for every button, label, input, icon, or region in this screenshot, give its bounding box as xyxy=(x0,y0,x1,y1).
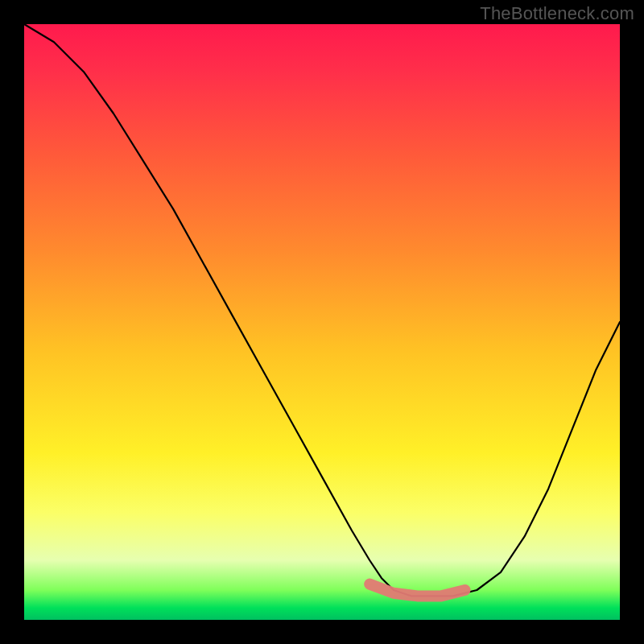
chart-svg xyxy=(24,24,620,620)
plot-area xyxy=(24,24,620,620)
chart-frame: TheBottleneck.com xyxy=(0,0,644,644)
watermark-text: TheBottleneck.com xyxy=(480,3,634,24)
optimal-region-marker xyxy=(369,584,464,597)
bottleneck-curve xyxy=(24,24,620,596)
